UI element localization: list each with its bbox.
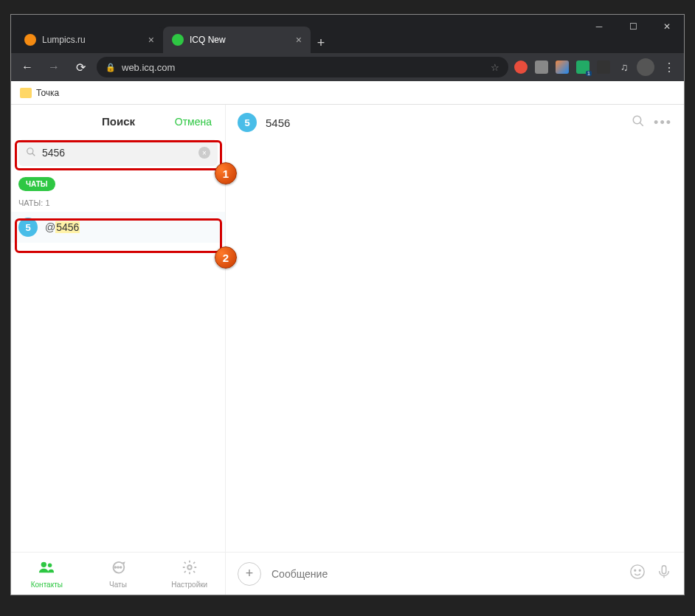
- search-icon: [26, 147, 36, 159]
- contacts-icon: [38, 559, 55, 579]
- minimize-button[interactable]: ─: [582, 15, 616, 38]
- svg-line-1: [32, 153, 35, 156]
- tab-label: ICQ New: [190, 35, 226, 45]
- svg-point-7: [187, 565, 192, 570]
- url-input[interactable]: 🔒 web.icq.com ☆: [97, 57, 508, 77]
- svg-point-10: [631, 565, 644, 578]
- tab-icq[interactable]: ICQ New ×: [163, 27, 311, 53]
- sidebar: Поиск Отмена × ЧАТЫ ЧАТЫ: 1 5 @5456 1: [11, 105, 225, 595]
- extensions-area: 1 ♫: [514, 60, 631, 74]
- message-input[interactable]: [272, 568, 619, 580]
- header-search-button[interactable]: [632, 114, 645, 131]
- tab-lumpics[interactable]: Lumpics.ru ×: [15, 27, 163, 53]
- chat-body: [226, 140, 684, 552]
- svg-point-3: [48, 563, 52, 567]
- header-more-button[interactable]: •••: [654, 115, 672, 131]
- svg-point-6: [120, 567, 122, 568]
- svg-point-2: [41, 561, 46, 567]
- extension-icon[interactable]: 1: [576, 60, 589, 74]
- star-icon[interactable]: ☆: [491, 62, 499, 73]
- window-controls: ─ ☐ ✕: [582, 15, 684, 38]
- forward-button[interactable]: →: [44, 57, 64, 77]
- folder-icon: [20, 88, 32, 98]
- close-icon[interactable]: ×: [296, 34, 302, 46]
- extension-icon[interactable]: [535, 60, 548, 74]
- nav-label: Настройки: [171, 581, 207, 589]
- maximize-button[interactable]: ☐: [616, 15, 650, 38]
- nav-contacts[interactable]: Контакты: [11, 553, 83, 595]
- svg-point-0: [27, 148, 33, 153]
- at-symbol: @: [45, 221, 55, 233]
- svg-point-4: [114, 567, 116, 568]
- highlighted-text: 5456: [55, 221, 80, 233]
- new-tab-button[interactable]: +: [311, 32, 331, 53]
- chat-icon: [110, 559, 126, 579]
- sidebar-header: Поиск Отмена: [11, 105, 225, 138]
- extension-icon[interactable]: [514, 60, 528, 74]
- svg-point-11: [635, 570, 636, 571]
- chat-header: 5 5456 •••: [226, 105, 684, 140]
- composer: +: [226, 552, 684, 595]
- url-text: web.icq.com: [122, 62, 175, 73]
- search-box[interactable]: ×: [18, 139, 218, 166]
- profile-avatar[interactable]: [637, 58, 654, 76]
- extension-icon[interactable]: [556, 60, 569, 74]
- nav-settings[interactable]: Настройки: [153, 553, 225, 595]
- attach-button[interactable]: +: [238, 562, 261, 586]
- favicon-icon: [172, 34, 184, 46]
- close-icon[interactable]: ×: [148, 34, 154, 46]
- chats-filter-pill[interactable]: ЧАТЫ: [18, 177, 55, 191]
- svg-line-9: [640, 122, 643, 126]
- back-button[interactable]: ←: [17, 57, 38, 77]
- browser-window: Lumpics.ru × ICQ New × + ─ ☐ ✕ ← → ⟳ 🔒 w…: [10, 14, 685, 595]
- search-result-item[interactable]: 5 @5456: [11, 212, 225, 243]
- svg-point-5: [117, 567, 119, 568]
- voice-button[interactable]: [656, 564, 672, 584]
- chat-title: 5456: [266, 117, 290, 129]
- address-bar: ← → ⟳ 🔒 web.icq.com ☆ 1 ♫ ⋮: [11, 53, 684, 81]
- bookmark-item[interactable]: Точка: [36, 88, 59, 98]
- chats-count-label: ЧАТЫ: 1: [18, 198, 218, 207]
- gear-icon: [181, 559, 198, 579]
- close-window-button[interactable]: ✕: [650, 15, 684, 38]
- chat-panel: 5 5456 ••• +: [225, 105, 684, 595]
- tab-label: Lumpics.ru: [42, 35, 86, 45]
- annotation-marker-1: 1: [215, 162, 237, 184]
- lock-icon: 🔒: [106, 63, 116, 72]
- nav-chats[interactable]: Чаты: [83, 553, 154, 595]
- reload-button[interactable]: ⟳: [70, 57, 91, 77]
- svg-rect-13: [662, 566, 666, 574]
- search-title: Поиск: [102, 115, 135, 128]
- clear-search-button[interactable]: ×: [198, 147, 210, 159]
- bottom-nav: Контакты Чаты Настройки: [11, 552, 225, 595]
- search-input[interactable]: [42, 147, 193, 159]
- extension-icon[interactable]: ♫: [618, 60, 631, 74]
- browser-titlebar: Lumpics.ru × ICQ New × + ─ ☐ ✕: [11, 15, 684, 53]
- cancel-button[interactable]: Отмена: [175, 116, 212, 128]
- app-content: Поиск Отмена × ЧАТЫ ЧАТЫ: 1 5 @5456 1: [11, 105, 684, 595]
- avatar: 5: [18, 218, 38, 237]
- bookmarks-bar: Точка: [11, 81, 684, 105]
- nav-label: Контакты: [31, 581, 63, 589]
- emoji-button[interactable]: [629, 564, 646, 584]
- svg-point-12: [639, 570, 640, 571]
- browser-menu-button[interactable]: ⋮: [660, 60, 678, 75]
- tabs-area: Lumpics.ru × ICQ New × +: [11, 27, 582, 53]
- result-name: @5456: [45, 221, 80, 233]
- svg-point-8: [633, 116, 641, 124]
- favicon-icon: [24, 34, 36, 46]
- extensions-puzzle-icon[interactable]: [597, 60, 610, 74]
- chat-avatar[interactable]: 5: [238, 113, 257, 132]
- annotation-marker-2: 2: [215, 246, 237, 269]
- nav-label: Чаты: [109, 581, 127, 589]
